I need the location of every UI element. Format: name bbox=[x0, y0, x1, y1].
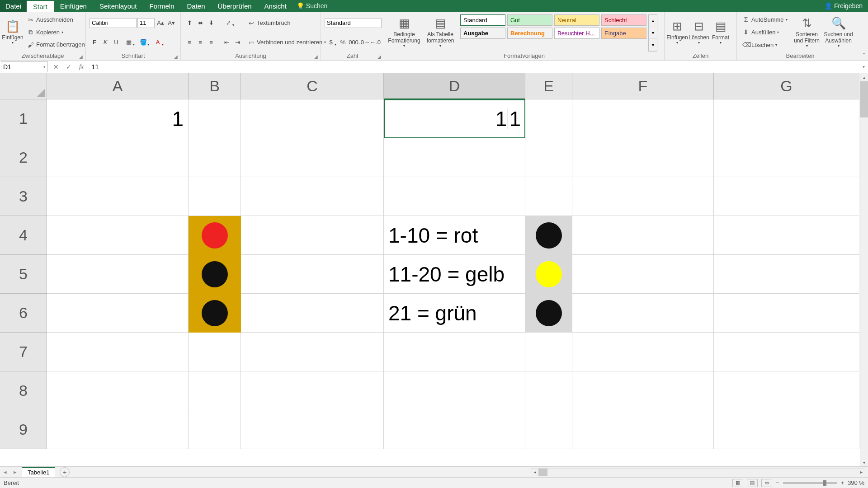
menu-datei[interactable]: Datei bbox=[0, 0, 27, 12]
font-size-select[interactable] bbox=[137, 18, 155, 28]
style-neutral[interactable]: Neutral bbox=[554, 14, 599, 26]
insert-function-button[interactable]: fx bbox=[77, 62, 86, 71]
cell-C4[interactable] bbox=[241, 216, 384, 255]
row-header-7[interactable]: 7 bbox=[0, 333, 47, 371]
increase-decimal-button[interactable]: .0→ bbox=[359, 38, 369, 47]
formula-input[interactable] bbox=[90, 63, 859, 70]
row-header-8[interactable]: 8 bbox=[0, 371, 47, 410]
cell-E9[interactable] bbox=[525, 410, 572, 449]
increase-indent-button[interactable]: ⇥ bbox=[232, 38, 242, 47]
hscroll-thumb[interactable] bbox=[538, 469, 547, 476]
cell-F7[interactable] bbox=[572, 333, 714, 371]
decrease-font-button[interactable]: A▾ bbox=[166, 18, 176, 28]
row-header-6[interactable]: 6 bbox=[0, 294, 47, 333]
cell-C5[interactable] bbox=[241, 255, 384, 294]
cell-D9[interactable] bbox=[384, 410, 525, 449]
style-ausgabe[interactable]: Ausgabe bbox=[460, 28, 505, 39]
cell-G9[interactable] bbox=[714, 410, 859, 449]
row-header-5[interactable]: 5 bbox=[0, 255, 47, 294]
view-page-break-button[interactable]: ▭ bbox=[761, 479, 772, 487]
align-right-button[interactable]: ≡ bbox=[206, 38, 216, 47]
name-box[interactable]: D1 ▾ bbox=[1, 61, 48, 72]
column-header-G[interactable]: G bbox=[714, 73, 859, 99]
style-berechnung[interactable]: Berechnung bbox=[507, 28, 552, 39]
cell-D6[interactable]: 21 = grün bbox=[384, 294, 525, 333]
cell-F8[interactable] bbox=[572, 371, 714, 410]
styles-up-button[interactable]: ▴ bbox=[649, 15, 657, 27]
cell-C1[interactable] bbox=[241, 99, 384, 138]
italic-button[interactable]: K bbox=[100, 38, 110, 47]
scroll-thumb[interactable] bbox=[860, 81, 868, 117]
cell-A3[interactable] bbox=[47, 177, 189, 216]
cell-B8[interactable] bbox=[189, 371, 241, 410]
number-format-select[interactable] bbox=[325, 18, 382, 28]
row-header-4[interactable]: 4 bbox=[0, 216, 47, 255]
styles-down-button[interactable]: ▾ bbox=[649, 27, 657, 39]
decrease-decimal-button[interactable]: ←.0 bbox=[370, 38, 380, 47]
chevron-down-icon[interactable]: ▾ bbox=[43, 65, 46, 69]
style-standard[interactable]: Standard bbox=[460, 14, 505, 26]
cell-E2[interactable] bbox=[525, 138, 572, 177]
percent-button[interactable]: % bbox=[338, 38, 348, 47]
style-schlecht[interactable]: Schlecht bbox=[601, 14, 646, 26]
zoom-handle[interactable] bbox=[823, 480, 826, 486]
view-page-layout-button[interactable]: ▤ bbox=[747, 479, 758, 487]
cell-F2[interactable] bbox=[572, 138, 714, 177]
menu-daten[interactable]: Daten bbox=[181, 0, 212, 12]
cell-F9[interactable] bbox=[572, 410, 714, 449]
conditional-formatting-button[interactable]: ▦ Bedingte Formatierung▾ bbox=[386, 13, 422, 52]
insert-cells-button[interactable]: ⊞Einfügen▾ bbox=[666, 13, 688, 52]
cell-C6[interactable] bbox=[241, 294, 384, 333]
column-header-E[interactable]: E bbox=[525, 73, 572, 99]
cell-G4[interactable] bbox=[714, 216, 859, 255]
menu-formeln[interactable]: Formeln bbox=[143, 0, 181, 12]
cell-G6[interactable] bbox=[714, 294, 859, 333]
cell-D5[interactable]: 11-20 = gelb bbox=[384, 255, 525, 294]
cell-D8[interactable] bbox=[384, 371, 525, 410]
align-center-button[interactable]: ≡ bbox=[195, 38, 205, 47]
cancel-edit-button[interactable]: ✕ bbox=[52, 62, 61, 71]
border-button[interactable]: ▦ bbox=[122, 38, 136, 47]
row-header-2[interactable]: 2 bbox=[0, 138, 47, 177]
sort-filter-button[interactable]: ⇅Sortieren und Filtern▾ bbox=[791, 13, 823, 52]
menu-ansicht[interactable]: Ansicht bbox=[258, 0, 293, 12]
orientation-button[interactable]: ⤢ bbox=[222, 18, 235, 28]
cell-B2[interactable] bbox=[189, 138, 241, 177]
view-normal-button[interactable]: ▦ bbox=[732, 479, 743, 487]
zoom-slider[interactable] bbox=[783, 482, 837, 484]
cell-B7[interactable] bbox=[189, 333, 241, 371]
cell-E3[interactable] bbox=[525, 177, 572, 216]
style-eingabe[interactable]: Eingabe bbox=[601, 28, 646, 39]
cell-G8[interactable] bbox=[714, 371, 859, 410]
cell-F6[interactable] bbox=[572, 294, 714, 333]
dialog-launcher-icon[interactable]: ◢ bbox=[79, 54, 83, 59]
zoom-out-button[interactable]: − bbox=[776, 479, 779, 486]
cell-B9[interactable] bbox=[189, 410, 241, 449]
row-header-9[interactable]: 9 bbox=[0, 410, 47, 449]
cell-A9[interactable] bbox=[47, 410, 189, 449]
style-gut[interactable]: Gut bbox=[507, 14, 552, 26]
sheet-nav-prev[interactable]: ◂ bbox=[0, 469, 10, 475]
autosum-button[interactable]: ΣAutoSumme▾ bbox=[741, 15, 789, 24]
cell-A8[interactable] bbox=[47, 371, 189, 410]
font-color-button[interactable]: A bbox=[151, 38, 165, 47]
copy-button[interactable]: ⧉Kopieren▾ bbox=[25, 28, 87, 37]
underline-button[interactable]: U bbox=[111, 38, 121, 47]
fill-color-button[interactable]: 🪣 bbox=[137, 38, 150, 47]
align-left-button[interactable]: ≡ bbox=[184, 38, 194, 47]
delete-cells-button[interactable]: ⊟Löschen▾ bbox=[688, 13, 710, 52]
tell-me-search[interactable]: 💡 Suchen bbox=[297, 2, 327, 9]
collapse-ribbon-button[interactable]: ⌃ bbox=[862, 52, 866, 58]
column-header-F[interactable]: F bbox=[572, 73, 714, 99]
menu-ueberpruefen[interactable]: Überprüfen bbox=[212, 0, 258, 12]
zoom-in-button[interactable]: + bbox=[841, 479, 844, 486]
cell-A4[interactable] bbox=[47, 216, 189, 255]
select-all-button[interactable] bbox=[0, 73, 47, 99]
menu-start[interactable]: Start bbox=[27, 0, 54, 12]
dialog-launcher-icon[interactable]: ◢ bbox=[174, 54, 178, 59]
cells-area[interactable]: 11-10 = rot11-20 = gelb21 = grün bbox=[47, 99, 859, 449]
row-header-1[interactable]: 1 bbox=[0, 99, 47, 138]
column-header-B[interactable]: B bbox=[189, 73, 241, 99]
cell-E8[interactable] bbox=[525, 371, 572, 410]
dialog-launcher-icon[interactable]: ◢ bbox=[314, 54, 318, 59]
